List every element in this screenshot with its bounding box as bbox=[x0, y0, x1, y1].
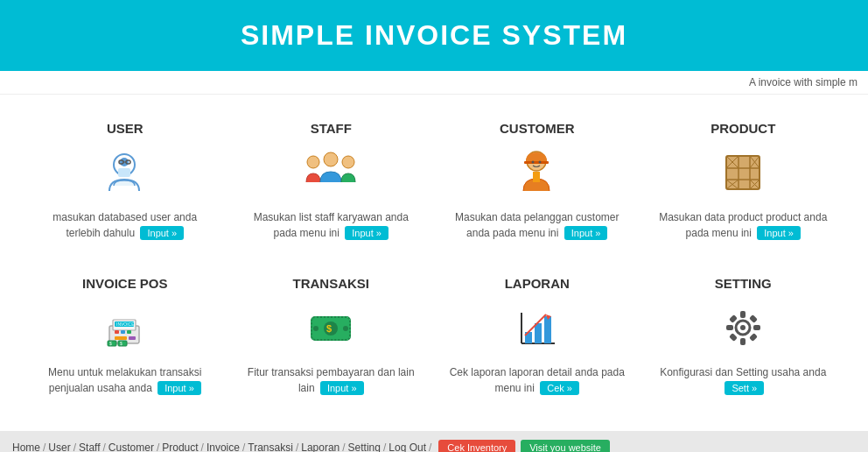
card-title-product: PRODUCT bbox=[654, 121, 834, 136]
svg-text:$: $ bbox=[109, 341, 112, 346]
setting-icon bbox=[717, 301, 769, 354]
breadcrumb-item-log out[interactable]: Log Out bbox=[388, 441, 426, 452]
breadcrumb-item-user[interactable]: User bbox=[48, 441, 70, 452]
product-icon bbox=[717, 146, 769, 199]
btn-cek-inventory[interactable]: Cek Inventory bbox=[438, 440, 515, 452]
breadcrumb-item-product[interactable]: Product bbox=[162, 441, 198, 452]
subtitle-bar: A invoice with simple m bbox=[0, 71, 868, 95]
invoice-icon: $ $ INVOICE bbox=[99, 301, 151, 354]
breadcrumb-separator: / bbox=[201, 441, 204, 452]
svg-rect-57 bbox=[753, 325, 760, 330]
breadcrumb-item-transaksi[interactable]: Transaksi bbox=[248, 441, 293, 452]
svg-rect-56 bbox=[726, 325, 733, 330]
svg-rect-10 bbox=[524, 161, 549, 164]
btn-invoice[interactable]: Input » bbox=[158, 381, 201, 395]
svg-rect-2 bbox=[118, 168, 130, 177]
btn-visit-website[interactable]: Visit you website bbox=[521, 440, 610, 452]
svg-rect-13 bbox=[533, 172, 540, 182]
breadcrumb-separator: / bbox=[157, 441, 159, 452]
card-title-invoice: INVOICE POS bbox=[35, 276, 215, 291]
breadcrumb-separator: / bbox=[296, 441, 298, 452]
svg-point-44 bbox=[313, 326, 318, 331]
card-text-transaksi: Fitur transaksi pembayaran dan lain lain… bbox=[242, 364, 422, 396]
svg-rect-59 bbox=[749, 314, 758, 323]
btn-staff[interactable]: Input » bbox=[345, 226, 388, 240]
svg-rect-54 bbox=[740, 311, 746, 318]
card-title-setting: SETTING bbox=[654, 276, 834, 291]
card-title-transaksi: TRANSAKSI bbox=[242, 276, 422, 291]
breadcrumb-separator: / bbox=[383, 441, 386, 452]
user-icon bbox=[99, 146, 151, 199]
app-header: SIMPLE INVOICE SYSTEM bbox=[0, 0, 868, 71]
svg-point-7 bbox=[324, 152, 338, 166]
staff-icon bbox=[304, 146, 357, 199]
cards-grid: USER masukan databased user anda terlebi… bbox=[26, 112, 842, 413]
breadcrumb: Home / User / Staff / Customer / Product… bbox=[0, 431, 868, 452]
svg-rect-49 bbox=[535, 323, 542, 343]
card-text-invoice: Menu untuk melakukan transaksi penjualan… bbox=[35, 364, 215, 396]
breadcrumb-separator: / bbox=[103, 441, 106, 452]
svg-text:INVOICE: INVOICE bbox=[116, 321, 135, 327]
svg-point-11 bbox=[532, 161, 535, 164]
card-text-customer: Masukan data pelanggan customer anda pad… bbox=[447, 209, 627, 241]
svg-rect-55 bbox=[740, 338, 746, 345]
customer-icon bbox=[511, 146, 564, 199]
card-product: PRODUCT Masukan data product product and… bbox=[645, 112, 843, 258]
btn-laporan[interactable]: Cek » bbox=[540, 381, 579, 395]
transaksi-icon: $ bbox=[304, 301, 357, 354]
svg-point-12 bbox=[539, 161, 542, 164]
svg-text:$: $ bbox=[326, 323, 332, 334]
svg-point-45 bbox=[343, 326, 348, 331]
btn-setting[interactable]: Sett » bbox=[724, 381, 764, 395]
card-text-product: Masukan data product product anda pada m… bbox=[654, 209, 834, 241]
breadcrumb-item-staff[interactable]: Staff bbox=[79, 441, 100, 452]
breadcrumb-separator: / bbox=[43, 441, 46, 452]
svg-point-53 bbox=[740, 325, 746, 330]
card-text-user: masukan databased user anda terlebih dah… bbox=[35, 209, 215, 241]
svg-point-8 bbox=[342, 156, 354, 168]
breadcrumb-separator: / bbox=[74, 441, 76, 452]
svg-rect-60 bbox=[729, 333, 738, 342]
btn-product[interactable]: Input » bbox=[757, 226, 801, 240]
svg-text:$: $ bbox=[120, 341, 122, 346]
svg-rect-50 bbox=[544, 316, 551, 343]
breadcrumb-item-laporan[interactable]: Laporan bbox=[301, 441, 340, 452]
btn-customer[interactable]: Input » bbox=[564, 226, 608, 240]
card-transaksi: TRANSAKSI $ Fitur transaksi pembayaran d… bbox=[233, 267, 430, 413]
breadcrumb-separator: / bbox=[342, 441, 345, 452]
card-title-staff: STAFF bbox=[242, 121, 422, 136]
card-laporan: LAPORAN Cek laporan laporan detail anda … bbox=[438, 267, 636, 413]
card-invoice: INVOICE POS $ $ INVOICE Menu untuk melak… bbox=[26, 267, 224, 413]
main-content: USER masukan databased user anda terlebi… bbox=[0, 95, 868, 431]
card-setting: SETTING Konfigurasi dan Setting usaha an… bbox=[645, 267, 843, 413]
laporan-icon bbox=[511, 301, 564, 354]
card-staff: STAFF Masukan list staff karyawan anda p… bbox=[233, 112, 430, 258]
card-title-user: USER bbox=[35, 121, 215, 136]
card-title-customer: CUSTOMER bbox=[447, 121, 627, 136]
breadcrumb-item-customer[interactable]: Customer bbox=[108, 441, 154, 452]
btn-transaksi[interactable]: Input » bbox=[320, 381, 364, 395]
svg-rect-58 bbox=[729, 314, 738, 323]
card-title-laporan: LAPORAN bbox=[447, 276, 627, 291]
card-text-setting: Konfigurasi dan Setting usaha anda Sett … bbox=[654, 364, 834, 396]
svg-rect-33 bbox=[129, 336, 136, 340]
subtitle-text: A invoice with simple m bbox=[749, 76, 858, 88]
svg-rect-30 bbox=[121, 330, 125, 334]
breadcrumb-item-invoice[interactable]: Invoice bbox=[206, 441, 240, 452]
app-title: SIMPLE INVOICE SYSTEM bbox=[0, 19, 868, 52]
card-user: USER masukan databased user anda terlebi… bbox=[26, 112, 224, 258]
svg-rect-61 bbox=[749, 333, 758, 342]
card-text-laporan: Cek laporan laporan detail anda pada men… bbox=[447, 364, 627, 396]
breadcrumb-separator: / bbox=[429, 441, 431, 452]
svg-rect-29 bbox=[115, 330, 119, 334]
breadcrumb-item-home[interactable]: Home bbox=[12, 441, 40, 452]
svg-rect-31 bbox=[127, 330, 131, 334]
breadcrumb-separator: / bbox=[242, 441, 245, 452]
card-customer: CUSTOMER Masukan data pelanggan customer… bbox=[438, 112, 636, 258]
card-text-staff: Masukan list staff karyawan anda pada me… bbox=[242, 209, 422, 241]
btn-user[interactable]: Input » bbox=[140, 226, 184, 240]
svg-rect-32 bbox=[115, 336, 127, 340]
breadcrumb-item-setting[interactable]: Setting bbox=[348, 441, 381, 452]
svg-point-6 bbox=[307, 156, 319, 168]
